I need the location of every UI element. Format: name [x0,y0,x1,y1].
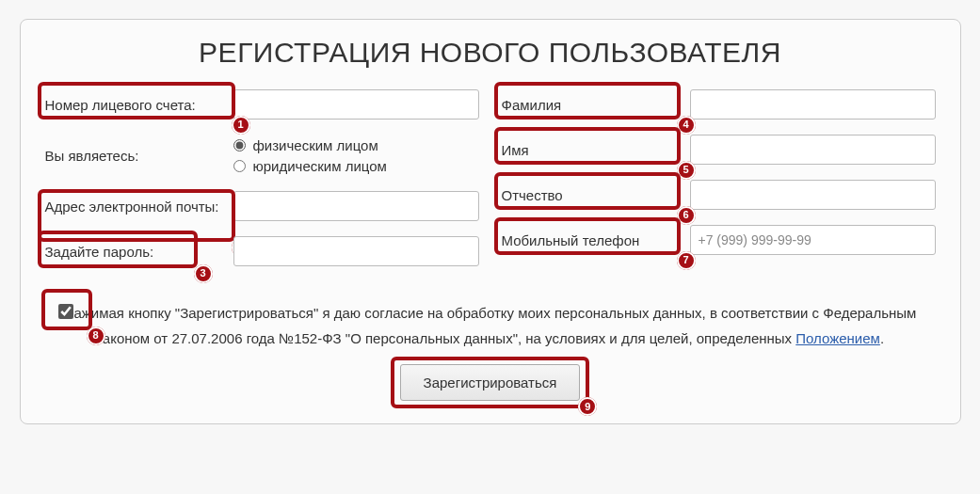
badge-4: 4 [677,116,696,135]
radio-legal[interactable]: юридическим лицом [233,155,479,176]
terms-link[interactable]: Положением [795,330,880,346]
badge-7: 7 [677,251,696,270]
badge-1: 1 [232,116,250,135]
password-label: Задайте пароль: [45,244,154,260]
radio-individual[interactable]: физическим лицом [233,135,479,155]
you-are-label: Вы являетесь: [45,148,139,164]
account-input[interactable] [233,89,479,120]
badge-6: 6 [677,206,696,225]
radio-individual-input[interactable] [233,139,246,151]
badge-5: 5 [677,161,696,180]
patronymic-label: Отчество [502,187,563,203]
patronymic-input[interactable] [690,180,936,210]
registration-panel: РЕГИСТРАЦИЯ НОВОГО ПОЛЬЗОВАТЕЛЯ Номер ли… [20,19,961,424]
badge-9: 9 [578,397,597,416]
email-label: Адрес электронной почты: [45,199,219,215]
badge-8: 8 [87,327,105,345]
consent-block: 8 Нажимая кнопку "Зарегистрироваться" я … [45,300,936,351]
left-column: Номер лицевого счета: 1 Вы являетесь: фи… [45,89,479,281]
firstname-label: Имя [502,142,529,158]
email-input[interactable] [233,191,479,221]
radio-legal-input[interactable] [233,160,246,172]
lastname-label: Фамилия [502,97,562,113]
right-column: Фамилия 4 Имя 5 [502,89,936,281]
password-input[interactable] [233,236,479,266]
badge-3: 3 [194,264,213,283]
mobile-input[interactable] [690,225,936,255]
page-title: РЕГИСТРАЦИЯ НОВОГО ПОЛЬЗОВАТЕЛЯ [45,37,936,69]
account-label: Номер лицевого счета: [45,97,196,113]
submit-button[interactable]: Зарегистрироваться [400,364,581,401]
mobile-label: Мобильный телефон [502,232,640,248]
consent-text: Нажимая кнопку "Зарегистрироваться" я да… [64,305,917,346]
consent-checkbox[interactable] [58,304,73,319]
lastname-input[interactable] [690,89,936,120]
firstname-input[interactable] [690,135,936,165]
